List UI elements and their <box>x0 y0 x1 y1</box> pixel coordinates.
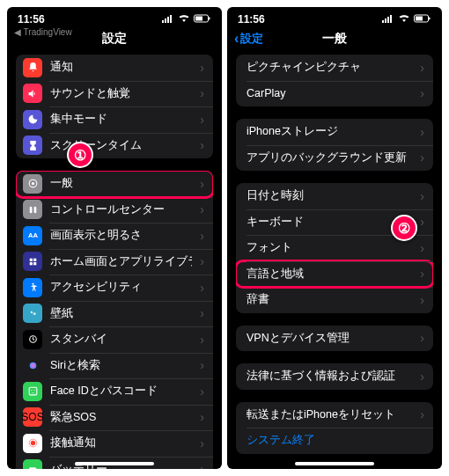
wifi-icon <box>178 13 190 26</box>
status-right <box>382 13 431 26</box>
access-icon <box>23 278 42 297</box>
control-icon <box>23 200 42 219</box>
row-3[interactable]: 言語と地域› <box>236 261 433 288</box>
settings-list[interactable]: 通知›サウンドと触覚›集中モード›スクリーンタイム›一般›コントロールセンター›… <box>7 51 222 469</box>
row-0[interactable]: 法律に基づく情報および認証› <box>236 363 433 390</box>
row-screentime[interactable]: スクリーンタイム› <box>16 133 213 159</box>
row-0[interactable]: iPhoneストレージ› <box>236 119 433 145</box>
chevron-right-icon: › <box>200 61 204 75</box>
row-siri[interactable]: Siriと検索› <box>16 353 213 379</box>
row-display[interactable]: AA画面表示と明るさ› <box>16 223 213 249</box>
chevron-right-icon: › <box>200 436 204 450</box>
svg-rect-30 <box>387 17 389 23</box>
signal-icon <box>162 13 174 26</box>
row-focus[interactable]: 集中モード› <box>16 106 213 133</box>
svg-rect-15 <box>33 262 36 265</box>
row-0[interactable]: 転送またはiPhoneをリセット› <box>236 402 433 428</box>
row-label: アプリのバックグラウンド更新 <box>247 150 412 165</box>
chevron-right-icon: › <box>420 189 424 203</box>
svg-rect-3 <box>170 15 172 23</box>
home-indicator[interactable] <box>75 462 154 465</box>
row-label: Face IDとパスコード <box>50 384 192 399</box>
row-wallpaper[interactable]: 壁紙› <box>16 301 213 327</box>
siri-icon <box>23 355 42 375</box>
row-4[interactable]: 辞書› <box>236 287 433 313</box>
row-label: iPhoneストレージ <box>247 124 412 139</box>
chevron-right-icon: › <box>200 229 204 243</box>
chevron-right-icon: › <box>200 86 204 100</box>
row-0[interactable]: 日付と時刻› <box>236 183 433 209</box>
svg-rect-6 <box>209 17 210 19</box>
svg-text:AA: AA <box>28 231 38 239</box>
chevron-right-icon: › <box>200 177 204 191</box>
svg-point-23 <box>33 390 34 391</box>
row-label: 法律に基づく情報および認証 <box>247 369 412 384</box>
svg-rect-21 <box>29 387 37 395</box>
chevron-right-icon: › <box>200 462 204 469</box>
row-label: CarPlay <box>247 87 412 99</box>
row-label: 転送またはiPhoneをリセット <box>247 407 412 422</box>
svg-point-8 <box>31 182 33 185</box>
row-access[interactable]: アクセシビリティ› <box>16 275 213 301</box>
svg-point-18 <box>33 312 35 315</box>
row-standby[interactable]: スタンバイ› <box>16 326 213 353</box>
row-control[interactable]: コントロールセンター› <box>16 197 213 223</box>
back-button[interactable]: ‹設定 <box>234 31 263 47</box>
row-label: サウンドと触覚 <box>50 86 192 101</box>
row-label: 集中モード <box>50 112 192 127</box>
svg-point-24 <box>30 441 34 445</box>
row-notify[interactable]: 通知› <box>16 55 213 81</box>
svg-rect-2 <box>167 17 169 23</box>
row-1[interactable]: アプリのバックグラウンド更新› <box>236 145 433 172</box>
page-title: 設定 <box>102 31 127 47</box>
row-label: キーボード <box>247 215 412 230</box>
svg-rect-13 <box>33 258 36 260</box>
svg-point-20 <box>29 362 36 369</box>
row-faceid[interactable]: Face IDとパスコード› <box>16 378 213 405</box>
phone-settings: 11:56 ◀ TradingView 設定 通知›サウンドと触覚›集中モード›… <box>7 7 222 469</box>
chevron-right-icon: › <box>420 241 424 255</box>
row-label: 画面表示と明るさ <box>50 228 192 243</box>
battery-icon <box>23 459 42 469</box>
row-1[interactable]: CarPlay› <box>236 81 433 107</box>
chevron-right-icon: › <box>420 267 424 281</box>
svg-rect-26 <box>29 467 36 469</box>
row-general[interactable]: 一般› <box>16 171 213 197</box>
row-exposure[interactable]: 接触通知› <box>16 430 213 457</box>
chevron-right-icon: › <box>200 306 204 320</box>
svg-rect-28 <box>382 20 384 23</box>
svg-rect-31 <box>390 15 392 23</box>
chevron-right-icon: › <box>420 293 424 307</box>
home-indicator[interactable] <box>295 462 374 465</box>
chevron-right-icon: › <box>200 113 204 127</box>
svg-rect-0 <box>162 20 164 23</box>
svg-rect-27 <box>35 468 36 469</box>
chevron-right-icon: › <box>420 331 424 345</box>
svg-point-16 <box>32 283 33 285</box>
row-label: 辞書 <box>247 292 412 307</box>
status-bar: 11:56 <box>227 7 442 26</box>
status-bar: 11:56 <box>7 7 222 26</box>
signal-icon <box>382 13 394 26</box>
sos-icon: SOS <box>23 407 42 427</box>
row-0[interactable]: ピクチャインピクチャ› <box>236 55 433 81</box>
row-label: Siriと検索 <box>50 358 192 373</box>
faceid-icon <box>23 382 42 401</box>
status-time: 11:56 <box>18 13 45 26</box>
row-sound[interactable]: サウンドと触覚› <box>16 81 213 107</box>
row-label: VPNとデバイス管理 <box>247 331 412 346</box>
general-list[interactable]: ピクチャインピクチャ›CarPlay›iPhoneストレージ›アプリのバックグラ… <box>227 51 442 466</box>
row-0[interactable]: VPNとデバイス管理› <box>236 326 433 352</box>
chevron-right-icon: › <box>200 138 204 152</box>
row-1[interactable]: システム終了 <box>236 428 433 454</box>
row-home[interactable]: ホーム画面とアプリライブラリ› <box>16 249 213 275</box>
chevron-left-icon: ‹ <box>234 32 239 46</box>
phone-general: 11:56 ‹設定 一般 ピクチャインピクチャ›CarPlay›iPhoneスト… <box>227 7 442 469</box>
wifi-icon <box>398 13 410 26</box>
chevron-right-icon: › <box>420 61 424 75</box>
row-label: 接触通知 <box>50 436 192 450</box>
svg-rect-12 <box>29 258 32 260</box>
row-sos[interactable]: SOS緊急SOS› <box>16 405 213 431</box>
svg-rect-5 <box>195 16 202 20</box>
chevron-right-icon: › <box>420 125 424 139</box>
